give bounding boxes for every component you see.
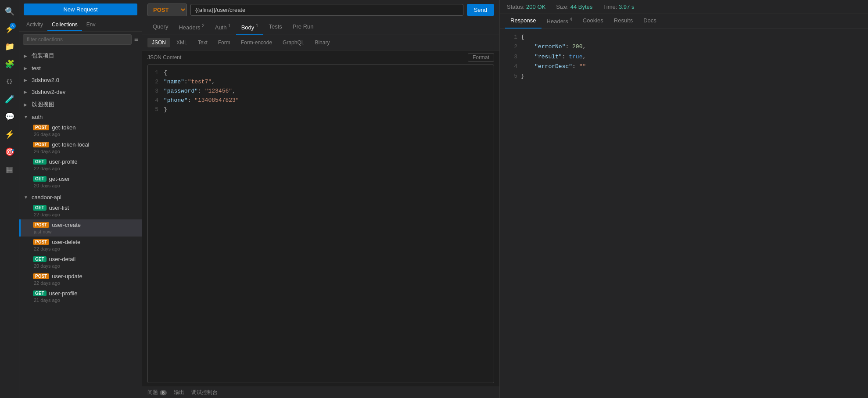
body-count-badge: 1 — [256, 23, 258, 28]
subtab-graphql[interactable]: GraphQL — [278, 38, 308, 47]
group-yitu-header[interactable]: 以图搜图 — [19, 99, 142, 110]
subtab-json[interactable]: JSON — [147, 38, 170, 47]
resp-linenum: 5 — [507, 72, 517, 81]
size-label: Size: — [556, 4, 569, 10]
method-badge-post: POST — [33, 142, 49, 147]
line-content: { — [164, 68, 167, 78]
casdoor-items: GET user-list 22 days ago POST user-crea… — [19, 202, 142, 305]
chevron-icon — [24, 195, 29, 200]
group-label: auth — [32, 114, 43, 120]
response-tabs: Response Headers 4 Cookies Results Docs — [500, 14, 868, 29]
group-label: 3dshow2.0 — [32, 77, 59, 83]
group-3dshow2dev-header[interactable]: 3dshow2-dev — [19, 87, 142, 97]
json-icon-btn[interactable]: {} — [2, 74, 18, 90]
tab-collections[interactable]: Collections — [47, 19, 82, 31]
item-time: 22 days ago — [33, 280, 136, 286]
collections-icon-btn[interactable]: 📁 — [2, 39, 18, 54]
method-badge-post: POST — [33, 239, 49, 245]
subtab-binary[interactable]: Binary — [310, 38, 334, 47]
line-num: 2 — [148, 78, 164, 87]
list-item-active[interactable]: POST user-create just now — [19, 219, 142, 237]
resp-tab-response[interactable]: Response — [505, 14, 542, 29]
resp-tab-headers[interactable]: Headers 4 — [542, 14, 577, 29]
tab-env[interactable]: Env — [82, 19, 100, 31]
console-item[interactable]: 调试控制台 — [191, 389, 218, 396]
problems-item[interactable]: 问题 6 — [147, 389, 167, 396]
search-icon: 🔍 — [5, 7, 14, 16]
flask-icon: 🧪 — [5, 94, 14, 104]
filter-menu-button[interactable]: ≡ — [134, 36, 138, 43]
list-item[interactable]: GET user-profile 22 days ago — [19, 156, 142, 173]
resp-tab-docs[interactable]: Docs — [638, 14, 662, 29]
list-item[interactable]: POST user-delete 22 days ago — [19, 237, 142, 254]
target-icon-btn[interactable]: 🎯 — [2, 144, 18, 160]
item-name: get-token — [52, 124, 75, 131]
tab-pre-run[interactable]: Pre Run — [287, 20, 319, 35]
list-item[interactable]: POST get-token 26 days ago — [19, 122, 142, 139]
group-casdoor-api-header[interactable]: casdoor-api — [19, 192, 142, 202]
group-baozhuang-header[interactable]: 包装项目 — [19, 50, 142, 61]
resp-tab-cookies[interactable]: Cookies — [577, 14, 609, 29]
item-name: user-detail — [49, 256, 76, 262]
resp-line-1: 1 { — [507, 32, 861, 42]
list-item[interactable]: POST user-update 22 days ago — [19, 271, 142, 288]
item-time: 20 days ago — [33, 183, 136, 188]
group-label: 以图搜图 — [32, 100, 54, 108]
tab-tests[interactable]: Tests — [263, 20, 287, 35]
chevron-icon — [24, 90, 29, 94]
status-group: Status: 200 OK — [507, 4, 545, 10]
activity-icon-btn[interactable]: ⚡ 3 — [2, 21, 18, 37]
response-status-bar: Status: 200 OK Size: 44 Bytes Time: 3.97… — [500, 0, 868, 14]
tab-body[interactable]: Body 1 — [236, 20, 264, 35]
group-3dshow2-header[interactable]: 3dshow2.0 — [19, 75, 142, 85]
grid-icon-btn[interactable]: ▦ — [2, 161, 18, 177]
item-name: user-profile — [49, 158, 78, 165]
tab-auth[interactable]: Auth 1 — [210, 20, 236, 35]
plugins-icon-btn[interactable]: 🧩 — [2, 56, 18, 72]
body-subtabs: JSON XML Text Form Form-encode GraphQL B… — [142, 35, 499, 50]
json-header: JSON Content Format — [142, 50, 499, 65]
time-val: 3.97 s — [619, 4, 634, 10]
item-name: get-token-local — [52, 141, 89, 148]
auth-items: POST get-token 26 days ago POST get-toke… — [19, 122, 142, 190]
auth-count-badge: 1 — [228, 23, 231, 28]
list-item[interactable]: GET get-user 20 days ago — [19, 173, 142, 190]
tab-headers[interactable]: Headers 2 — [173, 20, 209, 35]
filter-collections-input[interactable] — [23, 34, 132, 45]
panel-top: New Request — [19, 0, 142, 19]
send-button[interactable]: Send — [467, 4, 494, 16]
main-content: POST GET PUT DELETE Send Query Headers 2… — [142, 0, 499, 398]
group-test-header[interactable]: test — [19, 63, 142, 73]
time-group: Time: 3.97 s — [603, 4, 634, 10]
group-baozhuang: 包装项目 — [19, 49, 142, 62]
group-3dshow2dev: 3dshow2-dev — [19, 86, 142, 98]
new-request-button[interactable]: New Request — [24, 4, 137, 15]
chat-icon-btn[interactable]: 💬 — [2, 109, 18, 125]
response-body: 1 { 2 "errorNo": 200, 3 "result": true, … — [500, 29, 868, 398]
list-item[interactable]: GET user-list 22 days ago — [19, 202, 142, 219]
bolt-icon-btn[interactable]: ⚡ — [2, 126, 18, 142]
group-auth-header[interactable]: auth — [19, 112, 142, 122]
format-button[interactable]: Format — [468, 53, 494, 62]
resp-linenum: 1 — [507, 32, 517, 42]
subtab-form[interactable]: Form — [214, 38, 235, 47]
list-item[interactable]: GET user-detail 20 days ago — [19, 254, 142, 271]
tab-query[interactable]: Query — [147, 20, 173, 35]
item-time: 21 days ago — [33, 298, 136, 303]
tab-activity[interactable]: Activity — [22, 19, 47, 31]
subtab-form-encode[interactable]: Form-encode — [237, 38, 276, 47]
url-input[interactable] — [190, 4, 463, 16]
search-icon-btn[interactable]: 🔍 — [2, 4, 18, 19]
subtab-text[interactable]: Text — [194, 38, 212, 47]
flask-icon-btn[interactable]: 🧪 — [2, 91, 18, 107]
output-item[interactable]: 输出 — [174, 389, 184, 396]
collections-panel: New Request Activity Collections Env ≡ 包… — [19, 0, 142, 398]
list-item[interactable]: GET user-profile 21 days ago — [19, 288, 142, 305]
activity-badge: 3 — [10, 23, 16, 29]
code-editor[interactable]: 1 { 2 "name":"test7", 3 "password": "123… — [147, 65, 494, 383]
list-item[interactable]: POST get-token-local 26 days ago — [19, 139, 142, 156]
method-select[interactable]: POST GET PUT DELETE — [147, 4, 187, 16]
status-label: Status: — [507, 4, 524, 10]
resp-tab-results[interactable]: Results — [609, 14, 638, 29]
subtab-xml[interactable]: XML — [172, 38, 192, 47]
